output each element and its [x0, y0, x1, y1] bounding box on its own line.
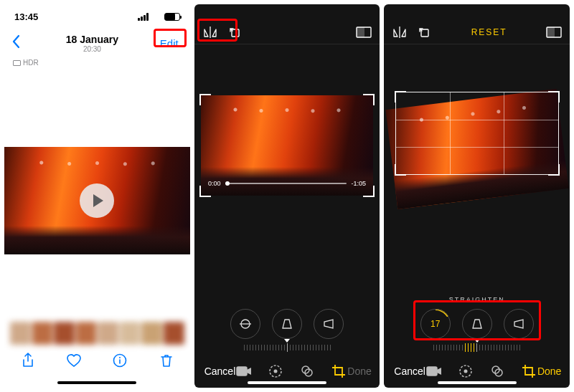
svg-rect-14 — [427, 367, 437, 376]
cancel-button[interactable]: Cancel — [394, 365, 425, 377]
scrub-start: 0:00 — [208, 180, 221, 187]
perspective-h-button[interactable] — [314, 309, 344, 339]
editor-straighten-screen: RESET STRAIGHTEN 17 — [384, 4, 570, 388]
mode-adjust-button[interactable] — [267, 363, 284, 380]
cancel-button[interactable]: Cancel — [204, 365, 236, 377]
nav-time: 20:30 — [29, 45, 156, 53]
play-button[interactable] — [80, 183, 114, 218]
mode-crop-button[interactable] — [520, 363, 537, 380]
adjust-circle-row: 17 — [384, 303, 570, 342]
svg-rect-4 — [357, 27, 364, 37]
straighten-value-button[interactable]: 17 — [420, 309, 451, 339]
aspect-ratio-button[interactable] — [545, 24, 563, 41]
adjust-dial[interactable] — [194, 342, 380, 355]
crop-handle-tr[interactable] — [548, 91, 560, 102]
crop-handle-tl[interactable] — [395, 91, 406, 102]
adjust-dial[interactable] — [384, 342, 570, 355]
nav-date: 18 January — [29, 34, 156, 45]
status-bar: 13:45 — [4, 4, 190, 29]
mode-filters-button[interactable] — [489, 363, 506, 380]
editor-canvas[interactable] — [384, 44, 570, 296]
svg-rect-13 — [547, 27, 555, 37]
straighten-value: 17 — [430, 319, 440, 329]
status-right — [138, 13, 180, 21]
crop-handle-tl[interactable] — [199, 94, 211, 105]
adjust-circle-row — [194, 303, 380, 342]
hdr-badge: HDR — [4, 57, 190, 68]
editor-top-bar: RESET — [384, 20, 570, 44]
edit-button[interactable]: Edit — [156, 35, 183, 52]
svg-point-16 — [464, 370, 467, 373]
back-button[interactable] — [11, 34, 29, 52]
svg-rect-6 — [237, 367, 247, 376]
hdr-rect-icon — [13, 60, 21, 66]
svg-point-1 — [119, 357, 121, 358]
battery-icon — [164, 13, 180, 21]
delete-button[interactable] — [159, 353, 174, 368]
svg-rect-2 — [232, 29, 239, 37]
crop-handle-br[interactable] — [363, 186, 375, 197]
play-icon — [93, 194, 103, 207]
done-button[interactable]: Done — [537, 365, 561, 377]
bottom-toolbar — [4, 348, 190, 373]
hdr-label: HDR — [23, 59, 39, 67]
wifi-icon — [151, 13, 161, 21]
photos-view-screen: 13:45 18 January 20:30 Edit HDR — [4, 4, 190, 388]
dial-marker-icon — [474, 339, 480, 343]
perspective-v-button[interactable] — [272, 309, 302, 339]
video-preview[interactable] — [4, 147, 190, 254]
perspective-v-button[interactable] — [462, 309, 492, 339]
scrubber[interactable]: 0:00 -1:05 — [208, 180, 366, 187]
perspective-h-button[interactable] — [504, 309, 534, 339]
crop-grid-overlay[interactable] — [395, 92, 559, 175]
mode-video-button[interactable] — [425, 363, 443, 380]
editor-top-bar — [194, 20, 380, 44]
crop-handle-tr[interactable] — [363, 94, 375, 105]
home-indicator[interactable] — [57, 381, 136, 384]
editor-canvas[interactable]: 0:00 -1:05 — [194, 44, 380, 303]
thumbnail-strip[interactable] — [4, 322, 190, 345]
flip-horizontal-button[interactable] — [202, 24, 219, 41]
status-time: 13:45 — [14, 11, 38, 22]
straighten-button[interactable] — [230, 309, 260, 339]
done-button[interactable]: Done — [347, 365, 371, 377]
signal-icon — [138, 13, 149, 21]
dial-marker-icon — [284, 339, 290, 343]
favorite-button[interactable] — [66, 353, 82, 368]
reset-button[interactable]: RESET — [471, 27, 507, 37]
editor-crop-screen: 0:00 -1:05 Cancel — [194, 4, 380, 388]
svg-rect-11 — [421, 29, 428, 37]
share-button[interactable] — [20, 353, 36, 368]
flip-horizontal-button[interactable] — [391, 24, 408, 41]
scrub-end: -1:05 — [351, 180, 366, 187]
svg-point-8 — [274, 370, 278, 373]
nav-title: 18 January 20:30 — [29, 34, 156, 53]
mode-video-button[interactable] — [235, 363, 253, 380]
video-crop-frame[interactable]: 0:00 -1:05 — [201, 95, 373, 196]
aspect-ratio-button[interactable] — [355, 24, 372, 41]
home-indicator[interactable] — [248, 381, 326, 384]
crop-handle-bl[interactable] — [395, 164, 406, 176]
info-button[interactable] — [112, 353, 128, 368]
nav-bar: 18 January 20:30 Edit — [4, 29, 190, 57]
adjust-label: STRAIGHTEN — [384, 296, 570, 303]
rotate-button[interactable] — [415, 24, 433, 41]
crop-handle-br[interactable] — [548, 164, 560, 176]
home-indicator[interactable] — [438, 381, 517, 384]
mode-crop-button[interactable] — [330, 363, 347, 380]
crop-handle-bl[interactable] — [199, 186, 211, 197]
mode-filters-button[interactable] — [298, 363, 316, 380]
mode-adjust-button[interactable] — [457, 363, 474, 380]
rotate-button[interactable] — [226, 24, 243, 41]
